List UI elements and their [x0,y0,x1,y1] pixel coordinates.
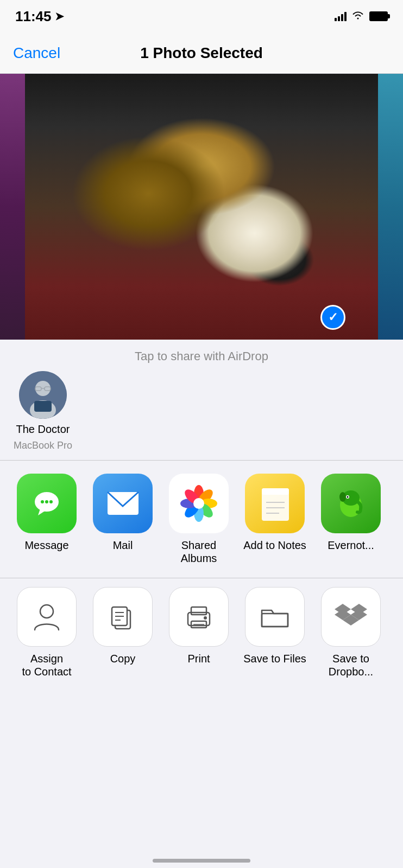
svg-rect-23 [262,488,289,495]
svg-point-10 [45,500,48,503]
action-print[interactable]: Print [161,587,237,678]
svg-point-32 [40,605,53,618]
photos-app-icon [169,474,229,533]
photo-strip-left [0,74,25,340]
airdrop-devices: The Doctor MacBook Pro [0,371,403,451]
page-title: 1 Photo Selected [140,44,263,62]
photo-strip-right [378,74,403,340]
share-app-shared-albums[interactable]: Shared Albums [161,474,237,565]
signal-icon [335,11,347,21]
svg-rect-43 [262,614,288,627]
dropbox-icon [321,587,381,647]
notes-app-icon [245,474,305,533]
wifi-icon [352,11,364,22]
svg-rect-39 [191,607,206,615]
share-apps-section: Message Mail [0,465,403,573]
airdrop-hint: Tap to share with AirDrop [0,349,403,363]
notes-app-label: Add to Notes [243,539,306,552]
save-to-dropbox-label: Save to Dropbo... [329,652,373,678]
airdrop-section: Tap to share with AirDrop [0,340,403,456]
svg-point-11 [49,500,53,503]
save-to-files-icon [245,587,305,647]
save-to-files-label: Save to Files [243,652,306,665]
copy-label: Copy [110,652,136,665]
action-copy[interactable]: Copy [85,587,161,678]
airdrop-device-model: MacBook Pro [14,440,72,451]
divider-middle [0,578,403,578]
share-app-evernote[interactable]: Evernot... [313,474,389,565]
print-label: Print [187,652,210,665]
svg-point-31 [339,492,346,502]
home-indicator [153,859,250,863]
action-assign-contact[interactable]: Assign to Contact [9,587,85,678]
evernote-app-label: Evernot... [328,539,374,552]
share-app-notes[interactable]: Add to Notes [237,474,313,565]
share-app-mail[interactable]: Mail [85,474,161,565]
share-app-message[interactable]: Message [9,474,85,565]
photo-main[interactable] [25,74,378,340]
evernote-app-icon [321,474,381,533]
airdrop-device-name: The Doctor [16,423,70,436]
svg-rect-6 [34,401,52,412]
airdrop-device-item[interactable]: The Doctor MacBook Pro [13,371,73,451]
status-bar: 11:45 ➤ [0,0,403,33]
location-arrow-icon: ➤ [55,10,64,23]
status-time: 11:45 ➤ [15,8,64,25]
action-save-dropbox[interactable]: Save to Dropbo... [313,587,389,678]
action-save-files[interactable]: Save to Files [237,587,313,678]
nav-bar: Cancel 1 Photo Selected [0,33,403,74]
assign-contact-icon [17,587,77,647]
mail-app-icon [93,474,153,533]
status-icons [335,11,388,22]
cancel-button[interactable]: Cancel [13,44,60,62]
svg-point-9 [41,500,44,503]
copy-icon [93,587,153,647]
action-row-section: Assign to Contact Copy [0,583,403,687]
divider-top [0,460,403,461]
avatar [19,371,67,419]
share-apps-row: Message Mail [0,474,403,565]
photo-selected-badge [320,305,345,330]
print-icon [169,587,229,647]
message-app-label: Message [24,539,68,552]
action-row: Assign to Contact Copy [0,587,403,678]
assign-contact-label: Assign to Contact [22,652,71,678]
svg-point-21 [193,498,204,509]
dog-photo [25,74,378,340]
message-app-icon [17,474,77,533]
battery-icon [369,11,388,21]
photo-strip [0,74,403,340]
svg-point-41 [204,616,207,620]
mail-app-label: Mail [113,539,133,552]
avatar-image [19,371,67,419]
shared-albums-label: Shared Albums [181,539,217,565]
svg-point-30 [347,496,348,497]
